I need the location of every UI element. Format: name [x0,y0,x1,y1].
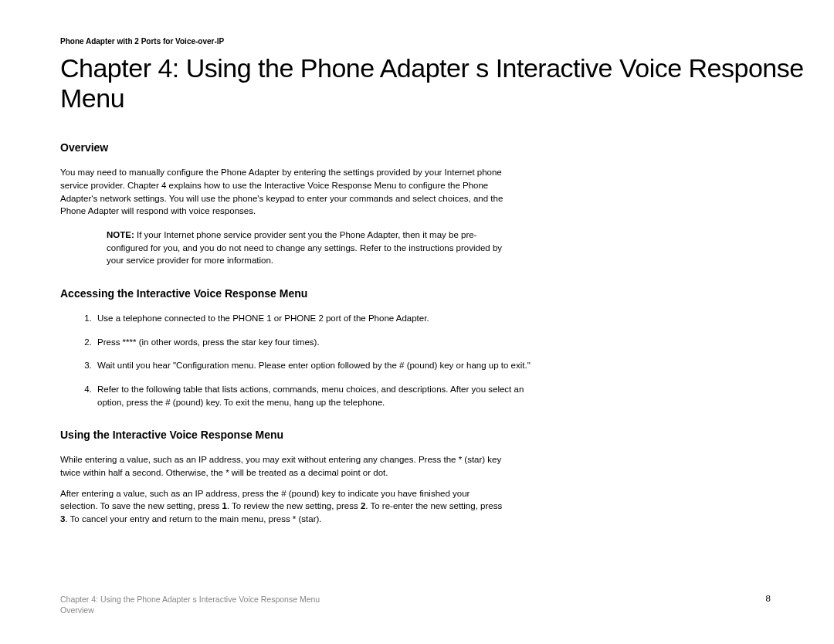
text-run: . To cancel your entry and return to the… [65,514,321,524]
overview-body: You may need to manually configure the P… [60,166,508,218]
footer-chapter-line: Chapter 4: Using the Phone Adapter s Int… [60,594,320,605]
using-para1: While entering a value, such as an IP ad… [60,453,508,479]
using-para2: After entering a value, such as an IP ad… [60,487,508,526]
list-item: Refer to the following table that lists … [94,383,542,408]
section-heading-using: Using the Interactive Voice Response Men… [60,429,834,441]
footer-left: Chapter 4: Using the Phone Adapter s Int… [60,594,320,616]
section-heading-accessing: Accessing the Interactive Voice Response… [60,287,834,300]
list-item: Wait until you hear "Configuration menu.… [94,359,542,372]
text-run: . To review the new setting, press [227,501,361,510]
page-number: 8 [766,594,771,616]
footer-section-line: Overview [60,605,320,616]
list-item: Press **** (in other words, press the st… [94,336,542,349]
list-item: Use a telephone connected to the PHONE 1… [94,312,542,325]
document-header: Phone Adapter with 2 Ports for Voice-ove… [60,37,834,46]
note-body: If your Internet phone service provider … [107,230,502,265]
section-heading-overview: Overview [60,141,834,154]
chapter-title: Chapter 4: Using the Phone Adapter s Int… [60,53,834,114]
accessing-steps-list: Use a telephone connected to the PHONE 1… [94,312,542,408]
overview-note: NOTE: If your Internet phone service pro… [107,229,508,267]
text-run: . To re-enter the new setting, press [365,501,502,510]
note-label: NOTE: [107,230,134,239]
page-footer: Chapter 4: Using the Phone Adapter s Int… [60,594,771,616]
